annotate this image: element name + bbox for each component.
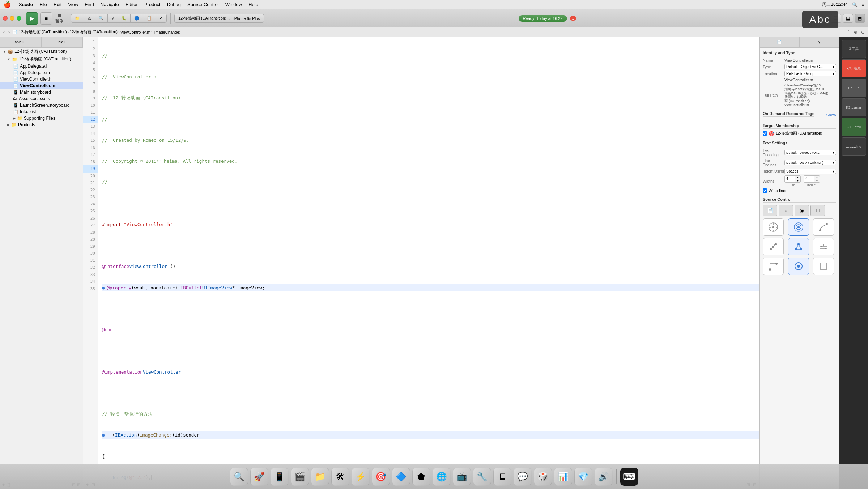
menu-file[interactable]: File	[39, 2, 47, 7]
breadcrumb-4[interactable]: -imageChange:	[153, 30, 180, 34]
sc-icon-dots[interactable]	[763, 238, 784, 255]
line-num-19[interactable]: 19	[83, 165, 98, 173]
dock-photos[interactable]: 🎬	[291, 468, 309, 486]
breadcrumb-2[interactable]: 12-转场动画 (CATransition)	[69, 29, 118, 35]
sc-btn-file[interactable]: 📄	[763, 205, 777, 216]
sc-icon-target[interactable]	[788, 218, 809, 236]
quick-help-tab[interactable]: ?	[800, 37, 839, 47]
nav-back-btn[interactable]: ‹	[2, 30, 6, 35]
thumb-4[interactable]: KSI...aster	[842, 98, 866, 116]
dock-target[interactable]: 🎯	[372, 468, 390, 486]
scm-nav-btn[interactable]: ⑂	[108, 14, 118, 22]
file-info-plist[interactable]: 📋 Info.plist	[0, 109, 83, 115]
log-nav-btn[interactable]: 📋	[143, 14, 156, 22]
dock-speaker[interactable]: 🔊	[595, 468, 613, 486]
file-appdelegate-m[interactable]: 📄 AppDelegate.m	[0, 69, 83, 76]
file-inspector-tab[interactable]: 📄	[760, 37, 800, 47]
sc-btn-dot[interactable]: ◉	[795, 205, 809, 216]
dock-shape[interactable]: ⬟	[412, 468, 430, 486]
nav-forward-btn[interactable]: ›	[7, 30, 11, 35]
indent-width-up-btn[interactable]: ▲	[814, 176, 820, 179]
menu-find[interactable]: Find	[85, 2, 94, 7]
sc-icon-corner[interactable]	[763, 258, 784, 275]
tab-width-down-btn[interactable]: ▼	[795, 179, 800, 182]
dock-gem[interactable]: 🔷	[392, 468, 410, 486]
dock-phone[interactable]: 📱	[271, 468, 289, 486]
file-viewcontroller-m[interactable]: 📄 ViewController.m	[0, 82, 83, 89]
dock-chat[interactable]: 💬	[514, 468, 532, 486]
group-root[interactable]: ▼ 📁 12-转场动画 (CATransition)	[0, 55, 83, 63]
menu-debug[interactable]: Debug	[167, 2, 181, 7]
menu-view[interactable]: View	[68, 2, 78, 7]
show-button[interactable]: Show	[826, 113, 836, 117]
indent-width-input[interactable]	[804, 176, 814, 182]
right-panel-toggle[interactable]: ⬒	[855, 14, 865, 23]
dock-finder[interactable]: 🔍	[230, 468, 248, 486]
dock-launchpad[interactable]: 🚀	[250, 468, 268, 486]
dock-tv[interactable]: 📺	[453, 468, 471, 486]
tab-width-input[interactable]	[785, 176, 795, 182]
menu-source-control[interactable]: Source Control	[187, 2, 219, 7]
breakpoint-nav-btn[interactable]: 🔵	[131, 14, 143, 22]
search-nav-btn[interactable]: 🔍	[95, 14, 108, 22]
sc-icon-compass[interactable]	[763, 218, 784, 236]
version-btn[interactable]: ⊙	[860, 30, 866, 35]
target-checkbox[interactable]	[763, 131, 767, 136]
test-nav-btn[interactable]: ✓	[156, 14, 166, 22]
thumb-2[interactable]: ● 未...视频	[842, 59, 866, 77]
debug-nav-btn[interactable]: 🐛	[118, 14, 131, 22]
sc-icon-big-circle[interactable]	[788, 258, 809, 275]
run-button[interactable]: ▶	[26, 12, 38, 25]
dock-diamond[interactable]: 💎	[574, 468, 592, 486]
dock-lightning[interactable]: ⚡	[352, 468, 370, 486]
sc-icon-rect[interactable]	[813, 258, 834, 275]
bottom-panel-toggle[interactable]: ⬓	[843, 14, 853, 23]
file-main-storyboard[interactable]: 📱 Main.storyboard	[0, 89, 83, 95]
menu-xcode[interactable]: Xcode	[19, 2, 33, 7]
tab-field-i[interactable]: Field I...	[42, 37, 83, 47]
menu-navigate[interactable]: Navigate	[101, 2, 119, 7]
indent-dropdown[interactable]: Spaces ▾	[784, 169, 836, 174]
search-icon[interactable]: 🔍	[852, 2, 858, 7]
sc-btn-square[interactable]: □	[810, 205, 825, 216]
thumb-6[interactable]: xco....dmg	[842, 137, 866, 156]
menu-window[interactable]: Window	[225, 2, 242, 7]
menu-editor[interactable]: Editor	[125, 2, 138, 7]
menu-help[interactable]: Help	[248, 2, 258, 7]
dock-display[interactable]: 🖥	[493, 468, 511, 486]
scheme-selector[interactable]: 12-转场动画 (CATransition) › iPhone 6s Plus	[174, 14, 264, 23]
minimize-button[interactable]	[10, 16, 14, 21]
folder-nav-btn[interactable]: 📁	[71, 14, 84, 22]
indent-width-down-btn[interactable]: ▼	[814, 179, 820, 182]
related-files-btn[interactable]: ⌃	[846, 30, 851, 35]
dock-files[interactable]: 📁	[311, 468, 329, 486]
file-supporting[interactable]: ▶ 📁 Supporting Files	[0, 115, 83, 122]
sc-icon-curve[interactable]	[813, 218, 834, 236]
thumb-5[interactable]: ZJL...etail	[842, 118, 866, 136]
code-content[interactable]: // // ViewController.m // 12-转场动画 (CATra…	[98, 37, 760, 480]
encoding-dropdown[interactable]: Default - Unicode (UT... ▾	[784, 150, 836, 155]
dock-tools[interactable]: 🛠	[331, 468, 349, 486]
menu-edit[interactable]: Edit	[54, 2, 61, 7]
file-launch-storyboard[interactable]: 📱 LaunchScreen.storyboard	[0, 102, 83, 109]
breadcrumb-3[interactable]: ViewController.m	[120, 30, 150, 34]
line-num-12[interactable]: 12	[83, 116, 98, 123]
project-root[interactable]: ▼ 📦 12-转场动画 (CATransition)	[0, 48, 83, 55]
line-endings-dropdown[interactable]: Default - OS X / Unix (LF) ▾	[784, 160, 836, 165]
warning-nav-btn[interactable]: ⚠	[84, 14, 95, 22]
dock-chart[interactable]: 📊	[554, 468, 572, 486]
sc-icon-lines[interactable]	[813, 238, 834, 255]
dock-wrench[interactable]: 🔧	[473, 468, 491, 486]
thumb-1[interactable]: 发工具	[842, 40, 866, 58]
tab-table-c[interactable]: Table C...	[0, 37, 42, 47]
sc-btn-circle[interactable]: ○	[779, 205, 793, 216]
thumb-3[interactable]: 07-...业	[842, 79, 866, 97]
dock-game[interactable]: 🎲	[534, 468, 552, 486]
apple-menu[interactable]: 🍎	[4, 1, 11, 8]
file-assets[interactable]: 🗂 Assets.xcassets	[0, 95, 83, 102]
sc-icon-three-circle[interactable]	[788, 238, 809, 255]
assistant-btn[interactable]: ⊕	[853, 30, 859, 35]
menu-product[interactable]: Product	[144, 2, 161, 7]
type-dropdown[interactable]: Default - Objective-C... ▾	[784, 64, 836, 69]
menu-icon[interactable]: ≡	[862, 2, 864, 7]
